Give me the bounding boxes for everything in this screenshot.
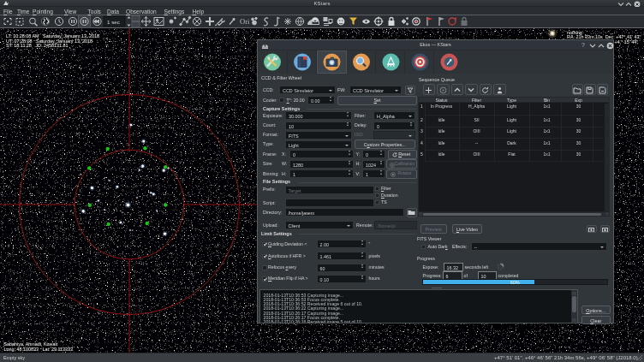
svg-text:1 sec: 1 sec xyxy=(107,19,120,25)
svg-text:Ori: Ori xyxy=(240,17,250,26)
